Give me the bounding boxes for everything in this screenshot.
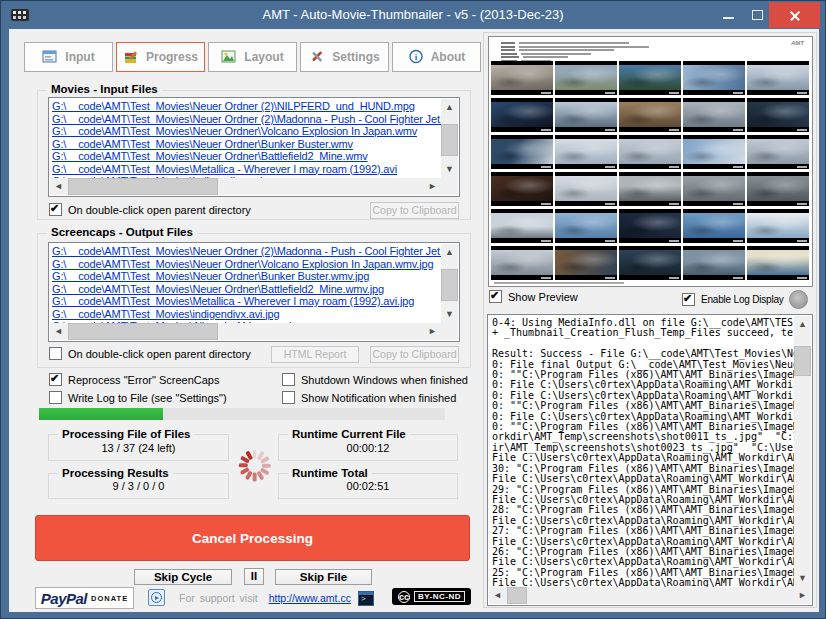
preview-thumbnail (491, 209, 553, 243)
notify-checkbox[interactable] (282, 391, 295, 404)
preview-thumbnail (555, 246, 617, 280)
shutdown-row: Shutdown Windows when finished (282, 373, 468, 386)
notify-label: Show Notification when finished (301, 392, 456, 404)
file-link[interactable]: G:\__code\AMT\Test_Movies\Neuer Ordner\B… (52, 150, 441, 163)
screencaps-open-parent-row: On double-click open parent directory (49, 347, 251, 360)
status-led (789, 290, 808, 309)
enable-log-row: Enable Log Display (682, 293, 784, 306)
runtime-total-title: Runtime Total (288, 467, 372, 479)
show-preview-checkbox[interactable] (489, 290, 502, 303)
enable-log-checkbox[interactable] (682, 293, 695, 306)
preview-thumbnail (683, 246, 745, 280)
preview-thumbnail (683, 209, 745, 243)
write-log-checkbox[interactable] (49, 391, 62, 404)
preview-thumbnail (683, 61, 745, 95)
cc-license-badge[interactable]: cc BY-NC-ND (392, 588, 471, 605)
minimize-button[interactable] (723, 17, 734, 19)
screencaps-copy-button[interactable]: Copy to Clipboard (370, 346, 459, 363)
shutdown-label: Shutdown Windows when finished (301, 374, 468, 386)
progress-bar (39, 408, 445, 420)
pause-button[interactable]: II (244, 568, 264, 585)
preview-thumbnail (683, 172, 745, 206)
preview-thumbnail (747, 172, 809, 206)
close-button[interactable] (769, 2, 820, 28)
notify-row: Show Notification when finished (282, 391, 456, 404)
file-link[interactable]: G:\__code\AMT\Test_Movies\indigendivx.av… (52, 308, 441, 321)
reprocess-checkbox[interactable] (49, 373, 62, 386)
preview-thumbnail (491, 172, 553, 206)
settings-icon (309, 49, 325, 65)
movies-open-parent-checkbox[interactable] (49, 203, 62, 216)
preview-thumbnail (491, 135, 553, 169)
file-link[interactable]: G:\__code\AMT\Test_Movies\Neuer Ordner\B… (52, 138, 441, 151)
preview-thumbnail (619, 246, 681, 280)
tab-progress[interactable]: Progress (116, 42, 205, 72)
screencaps-open-parent-label: On double-click open parent directory (68, 348, 251, 360)
reprocess-label: Reprocess "Error" ScreenCaps (68, 374, 219, 386)
movies-vscrollbar[interactable]: ▲ ▼ (441, 99, 458, 195)
file-link[interactable]: G:\__code\AMT\Test_Movies\Neuer Ordner (… (52, 245, 441, 258)
about-icon: i (408, 49, 424, 65)
file-link[interactable]: G:\__code\AMT\Test_Movies\Metallica - Wh… (52, 163, 441, 176)
support-link[interactable]: http://www.amt.cc (269, 592, 351, 604)
log-vscrollbar[interactable]: ▲ ▼ (794, 316, 811, 587)
file-link[interactable]: G:\__code\AMT\Test_Movies\Neuer Ordner\V… (52, 258, 441, 271)
screencaps-listbox[interactable]: G:\__code\AMT\Test_Movies\Neuer Ordner (… (48, 242, 460, 342)
preview-thumbnail (491, 98, 553, 132)
tab-layout[interactable]: Layout (208, 42, 297, 72)
preview-thumbnail (555, 209, 617, 243)
preview-thumbnail (747, 135, 809, 169)
file-link[interactable]: G:\__code\AMT\Test_Movies\Neuer Ordner (… (52, 100, 441, 113)
support-text: For support visit http://www.amt.cc (179, 592, 351, 604)
preview-thumbnail (555, 61, 617, 95)
preview-thumbnail (619, 98, 681, 132)
cc-license-label: BY-NC-ND (414, 591, 465, 602)
preview-thumbnail (619, 135, 681, 169)
preview-thumbnail (491, 246, 553, 280)
paypal-donate-button[interactable]: PayPal DONATE (35, 587, 134, 609)
show-preview-label: Show Preview (508, 291, 578, 303)
movies-hscrollbar[interactable]: ◄ ► (50, 178, 441, 195)
window-title: AMT - Auto-Movie-Thumbnailer - v5 - (201… (1, 7, 825, 22)
preview-thumbnail (747, 246, 809, 280)
show-preview-row: Show Preview (489, 290, 578, 303)
cancel-processing-button[interactable]: Cancel Processing (35, 515, 470, 561)
preview-footer-line (494, 282, 624, 284)
paypal-logo: PayPal (41, 590, 87, 607)
screencaps-vscrollbar[interactable]: ▲ ▼ (441, 244, 458, 340)
maximize-button[interactable] (752, 10, 763, 20)
tab-settings[interactable]: Settings (300, 42, 389, 72)
preview-image: AMT (488, 36, 813, 287)
movies-listbox[interactable]: G:\__code\AMT\Test_Movies\Neuer Ordner (… (48, 97, 460, 197)
log-display[interactable]: 0-4: Using MediaInfo.dll on file G:\__co… (487, 314, 813, 606)
input-icon (42, 49, 58, 65)
screencaps-open-parent-checkbox[interactable] (49, 347, 62, 360)
runtime-file-title: Runtime Current File (288, 428, 410, 440)
tab-about[interactable]: i About (392, 42, 481, 72)
movies-open-parent-row: On double-click open parent directory (49, 203, 251, 216)
file-link[interactable]: G:\__code\AMT\Test_Movies\Neuer Ordner\V… (52, 125, 441, 138)
skip-file-button[interactable]: Skip File (275, 569, 372, 585)
file-link[interactable]: G:\__code\AMT\Test_Movies\Neuer Ordner\B… (52, 283, 441, 296)
preview-thumbnail (555, 98, 617, 132)
tab-input[interactable]: Input (24, 42, 113, 72)
log-hscrollbar[interactable]: ◄ ► (489, 587, 811, 604)
file-link[interactable]: G:\__code\AMT\Test_Movies\Neuer Ordner (… (52, 113, 441, 126)
cc-icon: cc (398, 591, 410, 603)
screencaps-group-title: Screencaps - Output Files (47, 226, 197, 238)
title-bar[interactable]: AMT - Auto-Movie-Thumbnailer - v5 - (201… (1, 1, 825, 29)
html-report-button[interactable]: HTML Report (271, 346, 359, 363)
skip-cycle-button[interactable]: Skip Cycle (134, 569, 232, 585)
launch-icon-button[interactable] (148, 589, 165, 606)
preview-thumbnail (683, 98, 745, 132)
file-link[interactable]: G:\__code\AMT\Test_Movies\Metallica - Wh… (52, 295, 441, 308)
preview-thumbnail (555, 172, 617, 206)
preview-thumbnail (555, 135, 617, 169)
preview-thumbnail (619, 209, 681, 243)
console-button[interactable] (358, 591, 374, 606)
results-stat-title: Processing Results (58, 467, 173, 479)
movies-copy-button[interactable]: Copy to Clipboard (370, 202, 459, 219)
file-link[interactable]: G:\__code\AMT\Test_Movies\Neuer Ordner\B… (52, 270, 441, 283)
shutdown-checkbox[interactable] (282, 373, 295, 386)
screencaps-hscrollbar[interactable]: ◄ ► (50, 323, 441, 340)
